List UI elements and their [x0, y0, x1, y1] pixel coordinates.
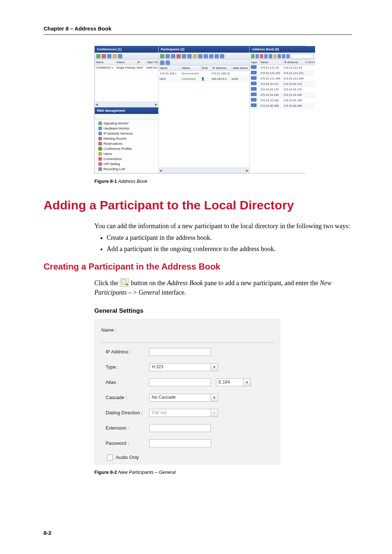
address-book-search[interactable]: [291, 54, 314, 59]
form-row-dialdir: Dialing Direction : Dial out ▼: [95, 405, 280, 420]
toolbar-icon[interactable]: [286, 54, 290, 58]
cascade-dropdown[interactable]: No Cascade ▼: [149, 394, 218, 402]
toolbar-icon[interactable]: [166, 61, 170, 65]
add-participant-icon[interactable]: [251, 54, 254, 58]
toolbar-icon[interactable]: [220, 54, 224, 58]
participants-body: 172.21.103.1Disconnected172.21.103.127HD…: [159, 71, 249, 168]
chevron-down-icon[interactable]: ▼: [211, 394, 218, 402]
toolbar-icon[interactable]: [171, 54, 175, 58]
page-number: 8-2: [44, 530, 52, 536]
toolbar-icon[interactable]: [187, 54, 192, 58]
bullets: Create a participant in the address book…: [94, 233, 352, 253]
rmx-item-label: Connections: [103, 156, 122, 162]
add-participant-icon[interactable]: [160, 54, 164, 58]
form-row-type: Type : H.323 ▼: [95, 360, 280, 375]
form-row-extension: Extension :: [95, 420, 280, 436]
left-column: Conferences (1) Name Status ID Start Tim…: [95, 46, 159, 173]
participant-row[interactable]: HDXConnected👤140.242.6.20193: [159, 77, 249, 82]
toolbar-icon[interactable]: [204, 54, 208, 58]
extension-input[interactable]: [149, 424, 211, 432]
type-dropdown[interactable]: H.323 ▼: [149, 363, 218, 371]
ip-input[interactable]: [149, 348, 211, 356]
toolbar-icon[interactable]: [193, 54, 197, 58]
toolbar-icon[interactable]: [166, 54, 170, 58]
address-book-row[interactable]: 172.21.31.172172.21.31.172: [250, 87, 315, 93]
participants-toolbar-2: [159, 60, 249, 66]
conference-row[interactable]: C20090423 1 Single Participant 4092 2009…: [95, 65, 158, 71]
address-book-row[interactable]: 172.21.31.171172.21.31.171: [250, 82, 315, 87]
rmx-item[interactable]: Meeting Rooms: [95, 136, 158, 141]
address-book-row[interactable]: 172.21.111.221172.21.111.221: [250, 71, 315, 76]
toolbar-icon[interactable]: [256, 54, 259, 58]
scrollbar[interactable]: ◀▶: [159, 168, 249, 173]
form-row-password: Password :: [95, 436, 280, 451]
rmx-item[interactable]: Connections: [95, 156, 158, 161]
dialdir-dropdown: Dial out ▼: [149, 409, 218, 417]
rmx-item[interactable]: Conference Profiles: [95, 146, 158, 151]
scrollbar[interactable]: ◀▶: [95, 102, 158, 107]
add-participant-icon: [120, 278, 129, 287]
rmx-item-label: Meeting Rooms: [103, 136, 126, 141]
rmx-item[interactable]: Recording Link: [95, 167, 158, 172]
audio-only-checkbox[interactable]: [107, 455, 113, 460]
toolbar-icon[interactable]: [107, 54, 111, 58]
toolbar-icon[interactable]: [182, 54, 186, 58]
password-input[interactable]: [149, 439, 211, 447]
intro-paragraph: You can add the information of a new par…: [94, 221, 352, 253]
rmx-item[interactable]: Signaling Monitor: [95, 121, 158, 126]
chapter-rule: [44, 34, 352, 35]
chapter-heading: Chapter 8 – Address Book: [44, 25, 352, 32]
chevron-down-icon: ▼: [211, 409, 218, 417]
alias-input[interactable]: [149, 378, 211, 386]
rmx-item[interactable]: Users: [95, 151, 158, 156]
figure-8-1: Conferences (1) Name Status ID Start Tim…: [94, 46, 305, 184]
chevron-down-icon[interactable]: ▼: [244, 378, 251, 386]
heading-3: General Settings: [94, 307, 352, 315]
toolbar-icon[interactable]: [113, 54, 117, 58]
toolbar-icon[interactable]: [278, 54, 281, 58]
form-divider: [100, 342, 275, 343]
rmx-item-icon: [98, 152, 102, 156]
dialdir-label: Dialing Direction :: [106, 410, 149, 415]
rmx-item-icon: [98, 167, 102, 171]
toolbar-icon[interactable]: [215, 54, 219, 58]
toolbar-icon[interactable]: [264, 54, 268, 58]
name-input[interactable]: [122, 326, 273, 335]
address-book-row[interactable]: 172.21.31.192172.21.31.192: [250, 98, 315, 103]
toolbar-icon[interactable]: [102, 54, 106, 58]
rmx-item[interactable]: IP Network Services: [95, 131, 158, 136]
rmx-item-icon: [98, 122, 102, 125]
toolbar-icon[interactable]: [160, 61, 164, 65]
alias-type-dropdown[interactable]: E.164 ▼: [216, 378, 251, 386]
password-label: Password :: [106, 440, 149, 446]
chevron-down-icon[interactable]: ▼: [211, 363, 218, 371]
participants-pane-header: Participants (2): [159, 46, 249, 53]
participant-row[interactable]: 172.21.103.1Disconnected172.21.103.127: [159, 71, 249, 77]
toolbar-icon[interactable]: [273, 54, 277, 58]
toolbar-icon[interactable]: [282, 54, 285, 58]
rmx-item-label: Recording Link: [103, 167, 125, 172]
name-label: Name :: [101, 327, 122, 333]
address-book-row[interactable]: 172.21.111.244172.21.111.244: [250, 76, 315, 82]
rmx-item-label: IVR Setting: [103, 161, 120, 167]
toolbar-icon[interactable]: [96, 54, 101, 58]
rmx-item-icon: [98, 162, 102, 166]
address-book-row[interactable]: 172.31.40.200172.31.40.200: [250, 103, 315, 109]
address-book-row[interactable]: 172.21.111.19172.21.111.19: [250, 65, 315, 71]
address-book-pane-header: Address Book (8): [250, 46, 315, 53]
conferences-pane-header: Conferences (1): [95, 46, 158, 53]
toolbar-icon[interactable]: [209, 54, 213, 58]
toolbar-icon[interactable]: [176, 54, 181, 58]
toolbar-icon[interactable]: [260, 54, 263, 58]
rmx-item[interactable]: Reservations: [95, 141, 158, 146]
toolbar-icon[interactable]: [269, 54, 272, 58]
toolbar-icon[interactable]: [198, 54, 203, 58]
address-book-row[interactable]: 172.21.31.182172.21.31.182: [250, 93, 315, 98]
toolbar-icon[interactable]: [118, 54, 122, 58]
conferences-toolbar: [95, 53, 158, 60]
rmx-item[interactable]: IVR Setting: [95, 161, 158, 167]
audio-only-label: Audio Only: [116, 455, 139, 460]
rmx-item-label: Hardware Monitor: [103, 126, 130, 131]
rmx-item-icon: [98, 157, 102, 161]
rmx-item[interactable]: Hardware Monitor: [95, 126, 158, 131]
